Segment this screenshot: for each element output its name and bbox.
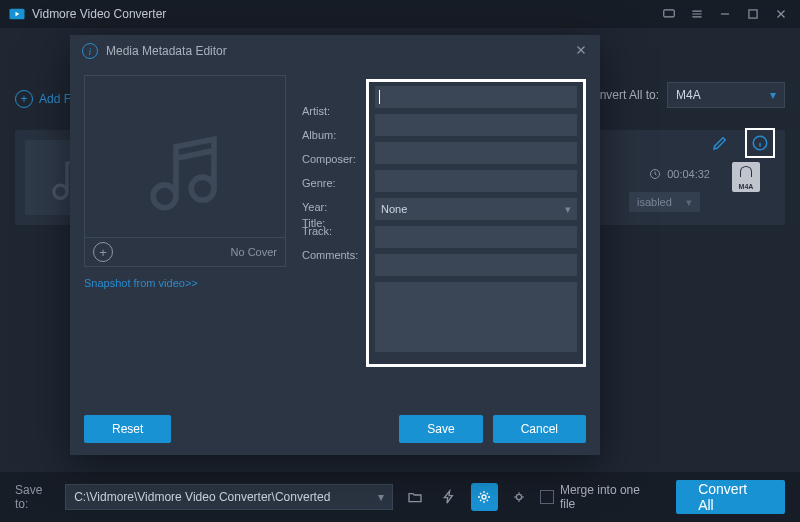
caret-down-icon: ▾ <box>378 490 384 504</box>
svg-point-10 <box>191 177 214 200</box>
track-label: Track: <box>302 225 358 237</box>
save-button[interactable]: Save <box>399 415 482 443</box>
settings-dropdown-button[interactable] <box>506 483 533 511</box>
music-note-icon <box>138 124 233 219</box>
add-cover-button[interactable]: + <box>93 242 113 262</box>
output-format-value: M4A <box>676 88 701 102</box>
reset-button[interactable]: Reset <box>84 415 171 443</box>
album-label: Album: <box>302 129 358 141</box>
open-folder-button[interactable] <box>401 483 428 511</box>
no-cover-label: No Cover <box>231 246 277 258</box>
modal-title: Media Metadata Editor <box>106 44 227 58</box>
subtitle-select[interactable]: isabled ▾ <box>629 192 700 212</box>
svg-point-9 <box>153 184 176 207</box>
bottom-bar: Save to: C:\Vidmore\Vidmore Video Conver… <box>0 472 800 522</box>
comments-label: Comments: <box>302 249 358 261</box>
modal-close-button[interactable] <box>574 43 588 60</box>
save-to-label: Save to: <box>15 483 57 511</box>
comments-textarea[interactable] <box>375 282 577 352</box>
composer-label: Composer: <box>302 153 358 165</box>
svg-rect-2 <box>749 10 757 18</box>
app-title: Vidmore Video Converter <box>32 7 166 21</box>
svg-point-8 <box>516 494 521 499</box>
app-logo-icon <box>8 5 26 23</box>
artist-input[interactable] <box>375 114 577 136</box>
track-input[interactable] <box>375 254 577 276</box>
duration-value: 00:04:32 <box>667 168 710 180</box>
merge-label: Merge into one file <box>560 483 654 511</box>
menu-icon[interactable] <box>686 3 708 25</box>
feedback-icon[interactable] <box>658 3 680 25</box>
plus-icon: + <box>15 90 33 108</box>
metadata-info-button[interactable] <box>745 128 775 158</box>
artist-label: Artist: <box>302 105 358 117</box>
info-icon: i <box>82 43 98 59</box>
genre-select[interactable]: None▾ <box>375 198 577 220</box>
caret-down-icon: ▾ <box>770 88 776 102</box>
snapshot-link[interactable]: Snapshot from video>> <box>84 277 284 289</box>
cancel-button[interactable]: Cancel <box>493 415 586 443</box>
merge-checkbox[interactable]: Merge into one file <box>540 483 654 511</box>
composer-input[interactable] <box>375 170 577 192</box>
output-path-value: C:\Vidmore\Vidmore Video Converter\Conve… <box>74 490 330 504</box>
caret-down-icon: ▾ <box>686 196 692 209</box>
settings-gear-button[interactable] <box>471 483 498 511</box>
maximize-icon[interactable] <box>742 3 764 25</box>
album-input[interactable] <box>375 142 577 164</box>
year-label: Year: <box>302 201 358 213</box>
svg-point-7 <box>482 495 486 499</box>
minimize-icon[interactable] <box>714 3 736 25</box>
output-format-select[interactable]: M4A ▾ <box>667 82 785 108</box>
lightning-button[interactable] <box>436 483 463 511</box>
genre-label: Genre: <box>302 177 358 189</box>
edit-icon[interactable] <box>709 132 731 154</box>
close-icon[interactable] <box>770 3 792 25</box>
svg-point-3 <box>54 185 67 198</box>
checkbox-icon <box>540 490 553 504</box>
output-format-badge[interactable]: M4A <box>732 162 760 192</box>
svg-rect-1 <box>664 10 675 17</box>
convert-all-button[interactable]: Convert All <box>676 480 785 514</box>
output-path-select[interactable]: C:\Vidmore\Vidmore Video Converter\Conve… <box>65 484 393 510</box>
year-input[interactable] <box>375 226 577 248</box>
titlebar: Vidmore Video Converter <box>0 0 800 28</box>
title-input[interactable] <box>375 86 577 108</box>
caret-down-icon: ▾ <box>565 203 571 216</box>
metadata-editor-modal: i Media Metadata Editor + No Cover Snaps… <box>70 35 600 455</box>
clock-icon <box>649 168 661 180</box>
cover-art-box: + No Cover <box>84 75 286 267</box>
